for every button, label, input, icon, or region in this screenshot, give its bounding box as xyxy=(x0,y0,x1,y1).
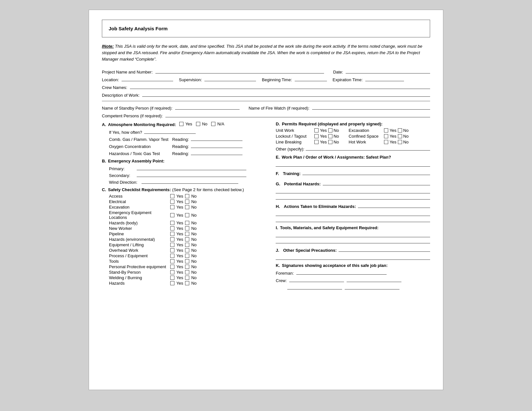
checklist-no-box[interactable] xyxy=(185,259,189,263)
checklist-row: Equipment / Lifting Yes No xyxy=(109,242,266,247)
description-field[interactable] xyxy=(142,92,430,97)
checklist-no-box[interactable] xyxy=(185,226,189,230)
permit-no-box[interactable] xyxy=(328,128,332,132)
project-name-field[interactable] xyxy=(155,68,324,73)
competent-field[interactable] xyxy=(165,112,430,117)
checklist-no-box[interactable] xyxy=(185,281,189,285)
date-field[interactable] xyxy=(346,68,430,73)
hazardous-reading-field[interactable] xyxy=(191,150,242,155)
checklist-yes-box[interactable] xyxy=(170,259,174,263)
checklist-no-box[interactable] xyxy=(185,200,189,204)
checklist-no-box[interactable] xyxy=(185,232,189,236)
checklist-yes-box[interactable] xyxy=(170,254,174,258)
fire-watch-field[interactable] xyxy=(312,104,430,110)
checklist-yes-box[interactable] xyxy=(170,194,174,198)
primary-field[interactable] xyxy=(137,165,246,170)
checklist-yes-box[interactable] xyxy=(170,213,174,217)
checklist-yes-box[interactable] xyxy=(170,281,174,285)
checklist-yes-box[interactable] xyxy=(170,248,174,252)
permit-no-box[interactable] xyxy=(328,134,332,138)
permit-yes-box2[interactable] xyxy=(384,140,388,144)
section-j-field1[interactable] xyxy=(339,247,430,252)
checklist-no-box[interactable] xyxy=(185,213,189,217)
checklist-no-box[interactable] xyxy=(185,254,189,258)
expiration-time-field[interactable] xyxy=(365,76,404,81)
oxygen-reading-field[interactable] xyxy=(191,143,242,148)
checklist-yes-box[interactable] xyxy=(170,270,174,274)
checklist-yes-box[interactable] xyxy=(170,226,174,230)
section-g-field1[interactable] xyxy=(323,180,430,185)
section-f-field[interactable] xyxy=(302,170,430,175)
supervision-field[interactable] xyxy=(204,76,256,81)
section-f: F. Training: xyxy=(276,170,430,177)
checklist-yes-box[interactable] xyxy=(170,200,174,204)
checklist-no-box[interactable] xyxy=(185,276,189,280)
checklist-yes-box[interactable] xyxy=(170,243,174,247)
checklist-no-label: No xyxy=(191,264,197,269)
permit-yes-box2[interactable] xyxy=(384,134,388,138)
checklist-no-box[interactable] xyxy=(185,221,189,225)
permit-yes-box[interactable] xyxy=(314,134,319,138)
checklist-yes-label: Yes xyxy=(176,253,183,258)
permit-yes-label: Yes xyxy=(320,134,327,139)
checklist-no-box[interactable] xyxy=(185,237,189,241)
description-row: Description of Work: xyxy=(102,92,430,98)
checklist-yes-box[interactable] xyxy=(170,232,174,236)
crew-names-field[interactable] xyxy=(130,84,430,89)
permit-no-box2[interactable] xyxy=(398,134,402,138)
checklist-yes-box[interactable] xyxy=(170,265,174,269)
permit-second-label: Hot Work xyxy=(349,140,384,144)
checklist-yes-box[interactable] xyxy=(170,221,174,225)
wind-field[interactable] xyxy=(142,179,238,184)
checklist-no-box[interactable] xyxy=(185,248,189,252)
other-specify-field[interactable] xyxy=(306,145,430,151)
checklist-cbs: Yes No xyxy=(170,275,197,280)
secondary-field[interactable] xyxy=(137,172,246,177)
checklist-yes-label: Yes xyxy=(176,259,183,264)
section-h-field1[interactable] xyxy=(358,203,430,208)
foreman-sig-field[interactable] xyxy=(296,269,387,275)
permit-no-box2[interactable] xyxy=(398,140,402,144)
cb-na-box[interactable] xyxy=(211,122,215,126)
standby-field[interactable] xyxy=(175,104,240,110)
checklist-no-box[interactable] xyxy=(185,205,189,209)
crew-sig-field1[interactable] xyxy=(289,277,344,282)
permit-yes-box[interactable] xyxy=(314,140,319,144)
checklist-no-box[interactable] xyxy=(185,243,189,247)
permit-no-box[interactable] xyxy=(328,140,332,144)
checklist-cbs: Yes No xyxy=(170,199,197,204)
location-field[interactable] xyxy=(122,76,173,81)
if-yes-field[interactable] xyxy=(144,129,196,134)
crew-sig-field2[interactable] xyxy=(347,277,401,282)
section-g-line3[interactable] xyxy=(276,194,430,200)
permit-no-box2[interactable] xyxy=(398,128,402,132)
section-h-line2[interactable] xyxy=(276,211,430,216)
permit-yes-box2[interactable] xyxy=(384,128,388,132)
cb-no-box[interactable] xyxy=(196,122,200,126)
checklist-no-box[interactable] xyxy=(185,194,189,198)
section-h-line3[interactable] xyxy=(276,217,430,222)
section-g-header: G. Potential Hazards: xyxy=(276,180,430,187)
section-i-line2[interactable] xyxy=(276,238,430,243)
beginning-time-field[interactable] xyxy=(295,76,327,81)
checklist-yes-box[interactable] xyxy=(170,205,174,209)
checklist-no-box[interactable] xyxy=(185,270,189,274)
crew-sig-field3[interactable] xyxy=(287,284,342,289)
crew-sig-field4[interactable] xyxy=(345,284,399,289)
checklist-no-box[interactable] xyxy=(185,265,189,269)
section-j-line2[interactable] xyxy=(276,255,430,260)
cb-yes-box[interactable] xyxy=(179,122,183,126)
section-i-line1[interactable] xyxy=(276,232,430,237)
section-g-line2[interactable] xyxy=(276,188,430,193)
checklist-row: Hazards Yes No xyxy=(109,281,266,286)
comb-reading-field[interactable] xyxy=(191,136,242,141)
checklist-yes-box[interactable] xyxy=(170,276,174,280)
section-e-line1[interactable] xyxy=(276,161,430,167)
section-j-title: Other Special Precautions: xyxy=(283,248,337,253)
permit-yes-box[interactable] xyxy=(314,128,319,132)
checklist-no-label: No xyxy=(191,270,197,275)
checklist-no-label: No xyxy=(191,199,197,204)
checklist-yes-box[interactable] xyxy=(170,237,174,241)
section-h-header: H. Actions Taken to Eliminate Hazards: xyxy=(276,203,430,210)
checklist-item-label: Emergency Equipment Locations xyxy=(109,210,170,220)
